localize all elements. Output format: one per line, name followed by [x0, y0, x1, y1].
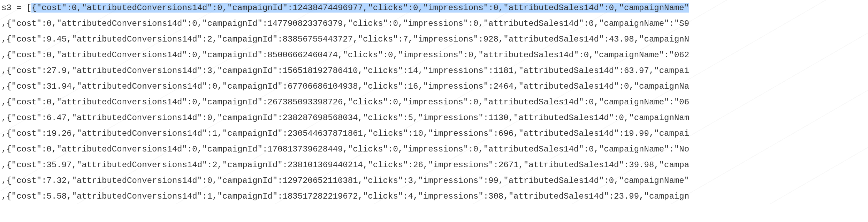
variable-assignment: s3 = [ — [1, 3, 31, 13]
code-line: ,{"cost":5.58,"attributedConversions14d"… — [1, 188, 867, 204]
code-line: ,{"cost":0,"attributedConversions14d":0,… — [1, 94, 867, 110]
code-line: s3 = [{"cost":0,"attributedConversions14… — [1, 0, 867, 16]
code-line: ,{"cost":7.32,"attributedConversions14d"… — [1, 173, 867, 188]
code-viewer[interactable]: s3 = [{"cost":0,"attributedConversions14… — [0, 0, 868, 204]
code-line: ,{"cost":0,"attributedConversions14d":0,… — [1, 47, 867, 63]
code-line: ,{"cost":31.94,"attributedConversions14d… — [1, 79, 867, 94]
code-line: ,{"cost":0,"attributedConversions14d":0,… — [1, 16, 867, 31]
code-text-highlighted: {"cost":0,"attributedConversions14d":0,"… — [31, 3, 689, 13]
code-line: ,{"cost":27.9,"attributedConversions14d"… — [1, 63, 867, 79]
code-line: ,{"cost":6.47,"attributedConversions14d"… — [1, 110, 867, 126]
code-line: ,{"cost":0,"attributedConversions14d":0,… — [1, 141, 867, 157]
code-line: ,{"cost":19.26,"attributedConversions14d… — [1, 126, 867, 141]
code-line: ,{"cost":9.45,"attributedConversions14d"… — [1, 31, 867, 47]
code-line: ,{"cost":35.97,"attributedConversions14d… — [1, 157, 867, 173]
